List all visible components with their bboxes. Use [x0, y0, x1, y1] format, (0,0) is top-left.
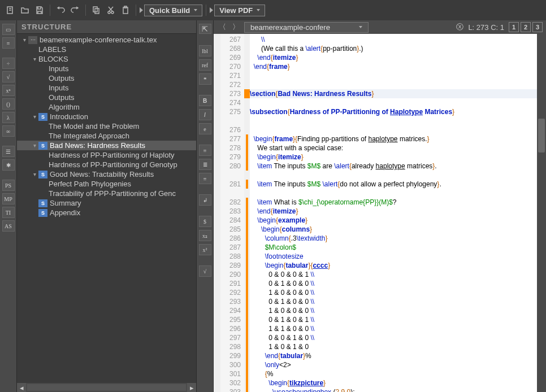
- tree-item[interactable]: ▾SIntroduction: [17, 112, 196, 121]
- ps-icon[interactable]: PS: [2, 180, 15, 191]
- forward-icon[interactable]: 〉: [231, 22, 241, 32]
- part-icon[interactable]: ▭: [2, 24, 15, 35]
- svg-point-4: [111, 11, 114, 14]
- tree-item[interactable]: The Integrated Approach: [17, 131, 196, 141]
- tree-item[interactable]: Inputs: [17, 83, 196, 93]
- tree-item-label: Bad News: Hardness Results: [50, 141, 145, 150]
- tree-item[interactable]: Tractability of PPP-Partitioning of Genc: [17, 189, 196, 198]
- as-icon[interactable]: AS: [2, 220, 15, 232]
- cite-icon[interactable]: ❝: [199, 73, 211, 85]
- expand-icon[interactable]: ▾: [20, 37, 28, 43]
- center-icon[interactable]: ≣: [199, 159, 211, 170]
- tree-item[interactable]: Outputs: [17, 73, 196, 83]
- undo-icon[interactable]: [54, 3, 67, 17]
- emph-icon[interactable]: e: [199, 123, 211, 134]
- tree-item[interactable]: Perfect Path Phylogenies: [17, 179, 196, 189]
- scroll-thumb[interactable]: [538, 119, 545, 153]
- collapse-icon[interactable]: ⇱: [199, 24, 211, 34]
- tree-item[interactable]: ▾⋯beamerexample-conference-talk.tex: [17, 35, 196, 45]
- new-file-icon[interactable]: [3, 3, 17, 17]
- separator: [136, 5, 136, 16]
- tree-item-label: LABELS: [38, 45, 66, 54]
- right-align-icon[interactable]: ≡: [199, 173, 211, 184]
- v-scrollbar[interactable]: [537, 34, 546, 392]
- file-dropdown[interactable]: beamerexample-confere: [244, 22, 369, 33]
- tree-item[interactable]: ▾BLOCKS: [17, 54, 196, 64]
- sqrt-icon[interactable]: √: [2, 71, 15, 82]
- back-icon[interactable]: 〈: [217, 22, 227, 32]
- left-align-icon[interactable]: ≡: [199, 145, 211, 156]
- env-icon[interactable]: $: [199, 216, 211, 227]
- expand-icon[interactable]: ▾: [31, 56, 38, 62]
- sup-icon[interactable]: xⁿ: [2, 85, 15, 96]
- expand-icon[interactable]: ▾: [31, 114, 38, 120]
- run-icon[interactable]: [140, 7, 143, 13]
- scroll-right-icon[interactable]: ▸: [187, 383, 196, 392]
- scroll-thumb[interactable]: [27, 384, 186, 391]
- paste-icon[interactable]: [119, 3, 132, 17]
- bold-icon[interactable]: B: [199, 95, 211, 106]
- chapter-icon[interactable]: ≡: [2, 37, 15, 49]
- pane-button[interactable]: 3: [532, 22, 543, 32]
- tree-item-label: Outputs: [49, 93, 75, 102]
- main-content: ▭ ≡ ÷ √ xⁿ () λ ∞ ☰ ✱ PS MP TI AS STRUCT…: [0, 20, 546, 392]
- fold-column[interactable]: [214, 34, 220, 392]
- italic-icon[interactable]: I: [199, 109, 211, 120]
- current-file-label: beamerexample-confere: [250, 23, 330, 32]
- tree-item[interactable]: Algorithm: [17, 102, 196, 112]
- view-pdf-button[interactable]: View PDF: [214, 5, 265, 16]
- ref2-icon[interactable]: ref: [199, 59, 211, 71]
- tree-item-label: Hardness of PP-Partitioning of Haploty: [49, 151, 175, 159]
- tree-item[interactable]: The Model and the Problem: [17, 121, 196, 131]
- line-gutter[interactable]: 267268269270271272273274275 276277278279…: [220, 34, 244, 392]
- tree-item[interactable]: Outputs: [17, 93, 196, 102]
- redo-icon[interactable]: [68, 3, 82, 17]
- structure-tree[interactable]: ▾⋯beamerexample-conference-talk.texLABEL…: [17, 34, 196, 383]
- mp-icon[interactable]: MP: [2, 193, 15, 204]
- h-scrollbar[interactable]: ◂ ▸: [17, 383, 196, 392]
- copy-icon[interactable]: [89, 3, 103, 17]
- quick-build-label: Quick Build: [149, 6, 190, 15]
- pane-button[interactable]: 2: [521, 22, 531, 32]
- tree-item[interactable]: ▾SGood News: Tractability Results: [17, 169, 196, 179]
- ti-icon[interactable]: TI: [2, 207, 15, 218]
- expand-icon[interactable]: ▾: [31, 142, 38, 149]
- tree-item-label: The Integrated Approach: [49, 132, 129, 140]
- expand-icon[interactable]: ▾: [31, 171, 38, 177]
- tree-item[interactable]: LABELS: [17, 45, 196, 54]
- tree-item[interactable]: ▾SBad News: Hardness Results: [17, 141, 196, 150]
- index-icon[interactable]: ✱: [2, 159, 15, 171]
- sub-icon[interactable]: x₂: [199, 230, 211, 241]
- newline-icon[interactable]: ↲: [199, 194, 211, 206]
- run-icon[interactable]: [210, 7, 213, 13]
- tree-item-label: Summary: [50, 199, 81, 207]
- tree-item[interactable]: Hardness of PP-Partitioning of Haploty: [17, 150, 196, 160]
- tree-item[interactable]: SSummary: [17, 198, 196, 208]
- tree-item[interactable]: SAppendix: [17, 208, 196, 217]
- tree-item[interactable]: Inputs: [17, 64, 196, 73]
- editor-area: 〈 〉 beamerexample-confere ⓧ L: 273 C: 1 …: [214, 20, 546, 392]
- s-icon: S: [38, 171, 47, 178]
- open-file-icon[interactable]: [18, 3, 32, 17]
- label-icon[interactable]: lbl: [199, 45, 211, 56]
- infty-icon[interactable]: ∞: [2, 125, 15, 137]
- close-tab-icon[interactable]: ⓧ: [456, 22, 463, 32]
- save-icon[interactable]: [33, 3, 46, 17]
- tree-item[interactable]: Hardness of PP-Partitioning of Genotyp: [17, 160, 196, 169]
- paren-icon[interactable]: (): [2, 98, 15, 110]
- dropdown-icon: [194, 9, 197, 11]
- lambda-icon[interactable]: λ: [2, 112, 15, 123]
- dropdown-icon: [257, 9, 260, 11]
- code-editor[interactable]: \\ (We call this a \alert{pp-partition}.…: [250, 34, 537, 392]
- sup2-icon[interactable]: x²: [199, 244, 211, 255]
- scroll-left-icon[interactable]: ◂: [17, 383, 26, 392]
- tree-item-label: Algorithm: [49, 103, 80, 111]
- ref-icon[interactable]: ☰: [2, 146, 15, 157]
- quick-build-button[interactable]: Quick Build: [144, 5, 202, 16]
- cut-icon[interactable]: [104, 3, 118, 17]
- pane-button[interactable]: 1: [509, 22, 519, 32]
- sqrt2-icon[interactable]: √: [199, 265, 211, 277]
- frac-icon[interactable]: ÷: [2, 58, 15, 69]
- separator: [85, 5, 86, 16]
- separator: [50, 5, 50, 16]
